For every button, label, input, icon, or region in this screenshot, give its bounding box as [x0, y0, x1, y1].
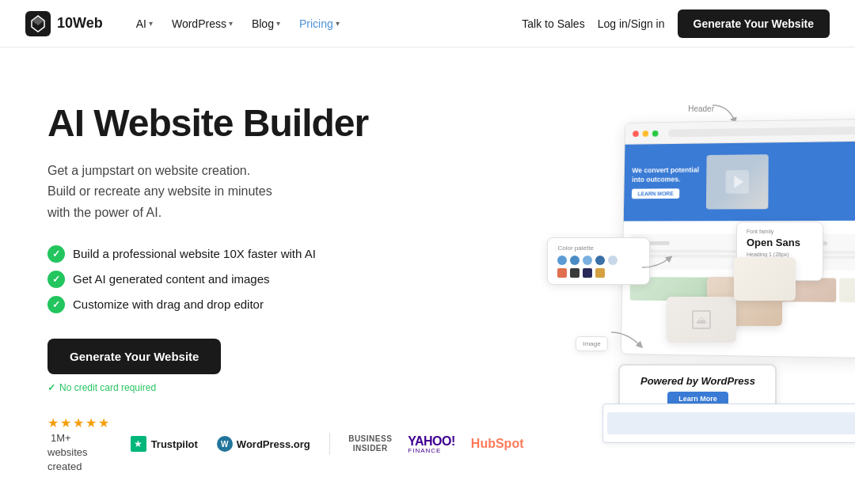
generate-website-hero-button[interactable]: Generate Your Website	[48, 339, 221, 374]
color-dots-row1	[557, 256, 640, 265]
hero-section: AI Website Builder Get a jumpstart on we…	[0, 47, 855, 504]
partner-logos: BUSINESSINSIDER YAHOO! FINANCE HubSpot	[348, 434, 523, 454]
color-swatch	[608, 256, 618, 265]
maximize-dot	[652, 130, 659, 136]
talk-to-sales-link[interactable]: Talk to Sales	[522, 17, 584, 30]
mockup-cta: LEARN MORE	[632, 188, 680, 199]
no-credit-label: No credit card required	[48, 382, 523, 393]
color-swatch	[557, 256, 567, 265]
color-swatch-sq	[570, 268, 580, 278]
image-arrow-icon	[607, 328, 647, 352]
mockup-headline: We convert potentialinto outcomes.	[633, 166, 700, 184]
nav-links: AI ▾ WordPress ▾ Blog ▾ Pricing ▾	[128, 13, 522, 35]
font-family-label: Font family	[747, 229, 813, 234]
color-palette-arrow-icon	[638, 252, 674, 271]
hero-mockup: Header We convert potentialinto outcomes…	[555, 95, 808, 475]
overlay-image-2: ⛰	[667, 297, 736, 343]
color-dots-row2	[557, 268, 640, 278]
chevron-down-icon: ▾	[336, 19, 340, 28]
nav-item-pricing[interactable]: Pricing ▾	[291, 13, 348, 35]
color-swatch	[570, 256, 580, 265]
yahoo-finance-logo: YAHOO! FINANCE	[408, 434, 455, 454]
check-icon	[48, 245, 65, 263]
color-palette-label: Color palette	[557, 244, 640, 252]
rating-label: 1M+ websites created	[48, 432, 88, 472]
color-swatch	[583, 256, 592, 265]
check-icon	[48, 271, 65, 288]
stars-icon: ★★★★★	[48, 416, 111, 430]
color-palette-panel: Color palette	[547, 237, 650, 285]
wordpress-label: WordPress.org	[237, 438, 310, 450]
trustpilot-icon	[131, 436, 146, 452]
feature-item: Build a professional website 10X faster …	[48, 245, 523, 263]
trustpilot-badge: Trustpilot	[131, 436, 198, 452]
feature-item: Get AI generated content and images	[48, 271, 523, 288]
mockup-title-bar	[625, 118, 855, 145]
chevron-down-icon: ▾	[276, 19, 280, 28]
font-name: Open Sans	[747, 237, 813, 248]
nav-right: Talk to Sales Log in/Sign in Generate Yo…	[522, 9, 830, 38]
mockup-site-hero: We convert potentialinto outcomes. LEARN…	[624, 140, 855, 221]
mockup-container: Header We convert potentialinto outcomes…	[555, 95, 808, 475]
star-rating: ★★★★★ 1M+ websites created	[48, 415, 112, 473]
navbar: 10Web AI ▾ WordPress ▾ Blog ▾ Pricing ▾ …	[0, 0, 855, 47]
wordpress-badge: WordPress.org	[217, 436, 310, 452]
logo[interactable]: 10Web	[25, 11, 103, 36]
nav-item-ai[interactable]: AI ▾	[128, 13, 161, 35]
powered-text: Powered by WordPress	[636, 375, 759, 387]
hero-content: AI Website Builder Get a jumpstart on we…	[48, 95, 523, 473]
close-dot	[633, 131, 640, 137]
portfolio-img-3	[840, 278, 855, 303]
image-label-panel: Image	[576, 336, 607, 351]
url-bar	[668, 125, 855, 137]
strip-main	[607, 412, 855, 434]
hero-logos: ★★★★★ 1M+ websites created Trustpilot Wo…	[48, 415, 523, 473]
nav-item-blog[interactable]: Blog ▾	[244, 13, 288, 35]
font-h1-sample: Heading 1 (28px)	[747, 252, 813, 257]
hero-title: AI Website Builder	[48, 103, 523, 145]
minimize-dot	[643, 131, 649, 137]
hero-subtitle: Get a jumpstart on website creation. Bui…	[48, 161, 523, 223]
trustpilot-label: Trustpilot	[151, 438, 198, 450]
logo-icon	[25, 11, 51, 36]
chevron-down-icon: ▾	[229, 19, 233, 28]
wordpress-icon	[217, 436, 233, 452]
color-swatch	[595, 256, 605, 265]
nav-item-wordpress[interactable]: WordPress ▾	[164, 13, 241, 35]
login-link[interactable]: Log in/Sign in	[598, 17, 665, 30]
color-swatch-sq	[557, 268, 567, 278]
bottom-strip-mockup	[602, 404, 855, 443]
feature-item: Customize with drag and drop editor	[48, 296, 523, 313]
hero-features-list: Build a professional website 10X faster …	[48, 245, 523, 313]
chevron-down-icon: ▾	[149, 19, 153, 28]
hubspot-logo: HubSpot	[471, 437, 524, 451]
check-icon	[48, 296, 65, 313]
business-insider-logo: BUSINESSINSIDER	[348, 434, 392, 453]
reviewer-name	[647, 241, 670, 244]
overlay-image-3	[734, 257, 796, 301]
color-swatch-sq	[595, 268, 605, 278]
generate-website-nav-button[interactable]: Generate Your Website	[678, 9, 830, 38]
mockup-hero-image	[707, 154, 770, 209]
color-swatch-sq	[583, 268, 592, 278]
mockup-hero-text: We convert potentialinto outcomes. LEARN…	[632, 166, 699, 199]
